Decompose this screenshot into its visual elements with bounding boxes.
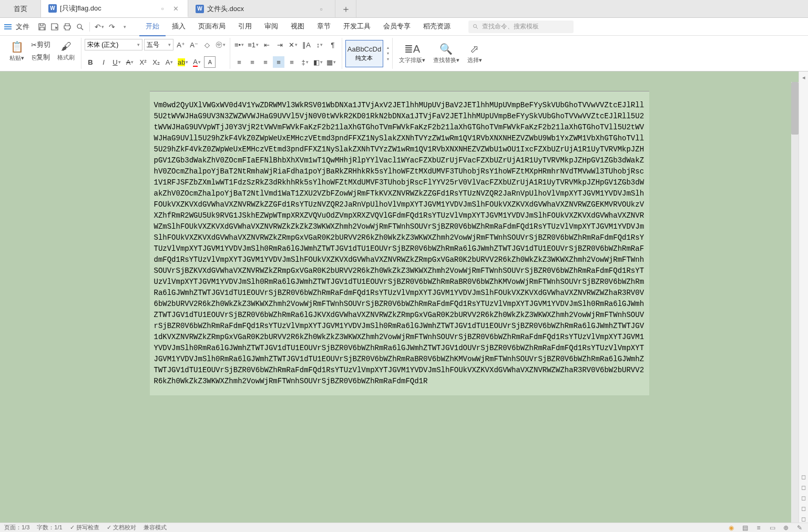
save-icon[interactable] xyxy=(37,22,47,32)
format-painter-button[interactable]: 🖌 格式刷 xyxy=(54,39,78,63)
tab-document-1[interactable]: W [只读]flag.doc ▫ ✕ xyxy=(41,0,188,17)
status-page[interactable]: 页面：1/3 xyxy=(4,524,29,531)
find-replace-button[interactable]: 🔍 查找替换▾ xyxy=(430,42,463,65)
font-color-icon[interactable]: A▾ xyxy=(191,56,202,68)
increase-indent-icon[interactable]: ⇥ xyxy=(274,39,286,50)
more-qa-icon[interactable]: ▾ xyxy=(119,22,130,32)
numbering-icon[interactable]: ≡1▾ xyxy=(247,39,260,50)
ribbon-tab-view[interactable]: 视图 xyxy=(284,17,311,36)
svg-point-1 xyxy=(474,24,477,27)
sidebar-tool-5-icon[interactable]: ◻ xyxy=(800,515,807,523)
restore-icon[interactable]: ▫ xyxy=(161,5,169,12)
document-body-text[interactable]: Vm0wd2QyUXlVWGxWV0d4V1YwZDRWMVl3WkRSV01W… xyxy=(154,100,645,387)
ribbon-tab-start[interactable]: 开始 xyxy=(139,17,166,36)
redo-icon[interactable]: ↷ xyxy=(107,22,117,32)
document-page[interactable]: Vm0wd2QyUXlVWGxWV0d4V1YwZDRWMVl3WkRSV01W… xyxy=(150,91,649,395)
sidebar-tool-4-icon[interactable]: ◻ xyxy=(800,505,807,512)
superscript-icon[interactable]: X² xyxy=(137,56,149,68)
style-scroll: ▴ ▾ ▾ xyxy=(387,45,389,62)
command-search[interactable]: 查找命令、搜索模板 xyxy=(468,21,574,33)
show-marks-icon[interactable]: ¶ xyxy=(327,39,339,50)
tab-home[interactable]: 首页 xyxy=(0,0,41,17)
font-name-select[interactable]: 宋体 (正文)▾ xyxy=(85,39,142,50)
highlight-icon[interactable]: ab▾ xyxy=(177,56,189,68)
bold-icon[interactable]: B xyxy=(85,56,96,68)
text-layout-button[interactable]: ≣A 文字排版▾ xyxy=(396,42,428,65)
strike-icon[interactable]: A▾ xyxy=(124,56,136,68)
underline-icon[interactable]: U▾ xyxy=(111,56,122,68)
status-words[interactable]: 字数：1/1 xyxy=(37,524,62,531)
view-mode-4-icon[interactable]: ▭ xyxy=(768,524,776,532)
cut-button[interactable]: ✂ 剪切 xyxy=(29,39,53,50)
view-mode-5-icon[interactable]: ⊕ xyxy=(782,524,790,532)
bullets-icon[interactable]: ≡•▾ xyxy=(233,39,245,50)
style-plain-text[interactable]: AaBbCcDd 纯文本 xyxy=(345,40,383,67)
italic-icon[interactable]: I xyxy=(98,56,109,68)
text-effects-icon[interactable]: A▾ xyxy=(163,56,175,68)
select-button[interactable]: ⬀ 选择▾ xyxy=(464,42,485,65)
restore-icon[interactable]: ▫ xyxy=(320,5,328,13)
ribbon-toolbar: 📋 粘贴▾ ✂ 剪切 ⎘ 复制 🖌 格式刷 宋体 (正文)▾ 五号▾ A⁺ A⁻… xyxy=(0,36,808,71)
horizontal-ruler[interactable] xyxy=(150,80,649,91)
text-direction-icon[interactable]: ✕▾ xyxy=(288,39,299,50)
borders-icon[interactable]: ▦▾ xyxy=(325,56,337,68)
tab-doc2-label: 文件头.docx xyxy=(207,4,244,14)
font-group: 宋体 (正文)▾ 五号▾ A⁺ A⁻ ◇ ㊥▾ B I U▾ A▾ X² X₂ … xyxy=(81,38,230,69)
status-spell[interactable]: ✓ 拼写检查 xyxy=(70,524,99,531)
close-tab-icon[interactable]: ✕ xyxy=(173,5,180,12)
style-down-icon[interactable]: ▾ xyxy=(387,51,389,56)
ribbon-tab-member[interactable]: 会员专享 xyxy=(377,17,417,36)
phonetic-icon[interactable]: ㊥▾ xyxy=(214,39,227,50)
decrease-indent-icon[interactable]: ⇤ xyxy=(261,39,273,50)
hamburger-icon[interactable] xyxy=(4,24,12,29)
align-distribute-icon[interactable]: ‖A xyxy=(301,39,312,50)
distributed-icon[interactable]: ≡ xyxy=(286,56,298,68)
font-size-select[interactable]: 五号▾ xyxy=(144,39,173,50)
paste-button[interactable]: 📋 粘贴▾ xyxy=(6,39,27,63)
ribbon-tab-insert[interactable]: 插入 xyxy=(166,17,192,36)
status-compat[interactable]: 兼容模式 xyxy=(144,524,167,531)
view-mode-1-icon[interactable]: ◉ xyxy=(727,524,735,532)
sidebar-collapse-icon[interactable]: ◂ xyxy=(800,74,807,81)
ribbon-tab-layout[interactable]: 页面布局 xyxy=(192,17,232,36)
view-mode-6-icon[interactable]: ✎ xyxy=(795,524,804,532)
scroll-thumb[interactable] xyxy=(791,82,799,135)
char-border-icon[interactable]: A xyxy=(204,56,216,68)
ribbon-tab-review[interactable]: 审阅 xyxy=(258,17,284,36)
sort-icon[interactable]: ↕▾ xyxy=(314,39,325,50)
file-menu[interactable]: 文件 xyxy=(16,22,29,32)
shrink-font-icon[interactable]: A⁻ xyxy=(188,39,200,50)
style-up-icon[interactable]: ▴ xyxy=(387,45,389,50)
styles-group: AaBbCcDd 纯文本 ▴ ▾ ▾ xyxy=(342,38,393,69)
copy-button[interactable]: ⎘ 复制 xyxy=(29,52,53,63)
align-center-icon[interactable]: ≡ xyxy=(247,56,258,68)
align-justify-icon[interactable]: ≡ xyxy=(273,56,284,68)
paragraph-group: ≡•▾ ≡1▾ ⇤ ⇥ ✕▾ ‖A ↕▾ ¶ ≡ ≡ ≡ ≡ ≡ ‡▾ ◧▾ ▦… xyxy=(230,38,342,69)
save-as-icon[interactable] xyxy=(49,22,60,32)
ribbon-tab-docer[interactable]: 稻壳资源 xyxy=(417,17,457,36)
sidebar-tool-1-icon[interactable]: ◻ xyxy=(800,473,807,480)
search-placeholder: 查找命令、搜索模板 xyxy=(482,22,539,31)
clear-format-icon[interactable]: ◇ xyxy=(201,39,213,50)
align-right-icon[interactable]: ≡ xyxy=(260,56,271,68)
shading-icon[interactable]: ◧▾ xyxy=(312,56,324,68)
style-more-icon[interactable]: ▾ xyxy=(387,57,389,62)
grow-font-icon[interactable]: A⁺ xyxy=(175,39,187,50)
view-mode-3-icon[interactable]: ≡ xyxy=(754,524,763,532)
status-doc-check[interactable]: ✓ 文档校对 xyxy=(107,524,136,531)
vertical-scrollbar[interactable] xyxy=(791,82,799,523)
undo-icon[interactable]: ↶▾ xyxy=(94,22,105,32)
tab-document-2[interactable]: W 文件头.docx ▫ xyxy=(188,0,335,17)
view-mode-2-icon[interactable]: ▤ xyxy=(741,524,749,532)
print-preview-icon[interactable] xyxy=(75,22,85,32)
ribbon-tab-dev[interactable]: 开发工具 xyxy=(337,17,377,36)
align-left-icon[interactable]: ≡ xyxy=(233,56,245,68)
subscript-icon[interactable]: X₂ xyxy=(150,56,162,68)
print-icon[interactable] xyxy=(62,22,73,32)
ribbon-tab-reference[interactable]: 引用 xyxy=(232,17,258,36)
ribbon-tab-section[interactable]: 章节 xyxy=(311,17,337,36)
sidebar-tool-2-icon[interactable]: ◻ xyxy=(800,484,807,491)
line-spacing-icon[interactable]: ‡▾ xyxy=(299,56,311,68)
sidebar-tool-3-icon[interactable]: ◻ xyxy=(800,494,807,502)
tab-add[interactable]: ＋ xyxy=(335,0,356,17)
